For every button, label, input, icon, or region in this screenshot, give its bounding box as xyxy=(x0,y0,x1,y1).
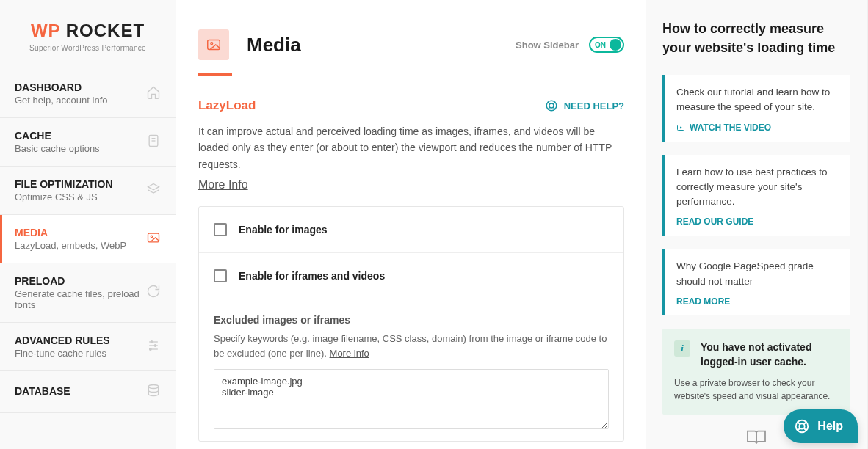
tip-link-label: WATCH THE VIDEO xyxy=(690,123,771,133)
lifebuoy-icon xyxy=(794,418,810,434)
enable-iframes-label: Enable for iframes and videos xyxy=(239,270,385,282)
svg-line-26 xyxy=(804,428,807,431)
nav-title: MEDIA xyxy=(15,227,126,238)
svg-point-12 xyxy=(148,385,158,389)
sidebar: WP ROCKET Superior WordPress Performance… xyxy=(0,0,176,449)
svg-point-14 xyxy=(211,43,213,45)
image-icon xyxy=(198,29,229,60)
watch-video-link[interactable]: WATCH THE VIDEO xyxy=(676,123,840,133)
nav-sub: Generate cache files, preload fonts xyxy=(15,288,146,310)
logo-rocket: ROCKET xyxy=(66,21,145,40)
nav-sub: Optimize CSS & JS xyxy=(15,191,113,202)
svg-line-27 xyxy=(798,428,800,431)
read-more-link[interactable]: READ MORE xyxy=(676,296,840,307)
svg-point-7 xyxy=(151,340,153,343)
info-sub-text: Use a private browser to check your webs… xyxy=(674,376,839,403)
excluded-textarea[interactable] xyxy=(214,369,609,429)
svg-point-9 xyxy=(154,344,156,346)
sidebar-item-preload[interactable]: PRELOAD Generate cache files, preload fo… xyxy=(0,263,176,323)
logo-tagline: Superior WordPress Performance xyxy=(15,44,161,52)
read-guide-link[interactable]: READ OUR GUIDE xyxy=(676,216,840,227)
svg-point-16 xyxy=(549,103,554,108)
sidebar-item-file-optimization[interactable]: FILE OPTIMIZATION Optimize CSS & JS xyxy=(0,167,176,215)
tip-link-label: READ OUR GUIDE xyxy=(676,216,753,227)
excluded-title: Excluded images or iframes xyxy=(214,314,609,326)
sidebar-item-database[interactable]: DATABASE xyxy=(0,371,176,413)
more-info-link[interactable]: More Info xyxy=(198,178,248,191)
nav-title: ADVANCED RULES xyxy=(15,335,110,346)
tip-card: Why Google PageSpeed grade should not ma… xyxy=(662,249,850,315)
excluded-more-info-link[interactable]: More info xyxy=(330,348,369,359)
right-panel-title: How to correctly measure your website's … xyxy=(662,19,850,57)
sidebar-item-dashboard[interactable]: DASHBOARD Get help, account info xyxy=(0,70,176,118)
sliders-icon xyxy=(146,338,161,356)
nav-sub: Fine-tune cache rules xyxy=(15,348,110,359)
book-icon xyxy=(745,428,767,449)
toggle-knob xyxy=(610,39,621,51)
tip-card: Check our tutorial and learn how to meas… xyxy=(662,75,850,142)
nav-sub: Basic cache options xyxy=(15,143,100,154)
nav-title: PRELOAD xyxy=(15,275,146,287)
nav-title: DASHBOARD xyxy=(15,81,107,93)
refresh-icon xyxy=(146,284,161,302)
need-help-link[interactable]: NEED HELP? xyxy=(545,99,624,112)
enable-images-label: Enable for images xyxy=(239,224,328,236)
page-title: Media xyxy=(247,34,301,56)
lifebuoy-icon xyxy=(545,99,558,112)
right-panel: How to correctly measure your website's … xyxy=(646,0,867,449)
lazyload-description: It can improve actual and perceived load… xyxy=(198,123,624,172)
sidebar-item-media[interactable]: MEDIA LazyLoad, embeds, WebP xyxy=(0,215,176,263)
image-icon xyxy=(146,230,161,248)
svg-marker-3 xyxy=(148,183,159,189)
tip-card: Learn how to use best practices to corre… xyxy=(662,155,850,236)
database-icon xyxy=(146,383,161,401)
svg-line-28 xyxy=(804,422,807,425)
section-title-lazyload: LazyLoad xyxy=(198,98,256,113)
file-icon xyxy=(146,134,161,151)
info-icon: i xyxy=(674,340,690,357)
show-sidebar-label: Show Sidebar xyxy=(516,40,579,51)
help-button[interactable]: Help xyxy=(784,409,858,443)
svg-line-25 xyxy=(798,422,800,425)
info-main-text: You have not activated logged-in user ca… xyxy=(701,340,839,369)
main-panel: Media Show Sidebar ON LazyLoad NEED HELP… xyxy=(176,0,646,449)
enable-iframes-checkbox[interactable] xyxy=(214,269,227,282)
need-help-label: NEED HELP? xyxy=(564,101,624,112)
enable-images-checkbox[interactable] xyxy=(214,223,227,236)
logo: WP ROCKET Superior WordPress Performance xyxy=(0,0,176,70)
info-card: i You have not activated logged-in user … xyxy=(662,329,850,415)
tip-link-label: READ MORE xyxy=(676,296,730,307)
sidebar-item-advanced-rules[interactable]: ADVANCED RULES Fine-tune cache rules xyxy=(0,323,176,371)
tip-text: Check our tutorial and learn how to meas… xyxy=(676,85,840,115)
nav-title: CACHE xyxy=(15,130,100,142)
sidebar-toggle[interactable]: ON xyxy=(589,37,624,53)
svg-point-5 xyxy=(151,236,153,238)
nav-sub: Get help, account info xyxy=(15,95,107,106)
excluded-description: Specify keywords (e.g. image filename, C… xyxy=(214,332,609,360)
home-icon xyxy=(146,85,161,103)
toggle-on-label: ON xyxy=(595,41,606,49)
tip-text: Learn how to use best practices to corre… xyxy=(676,165,840,210)
layers-icon xyxy=(146,182,161,200)
svg-marker-22 xyxy=(680,126,682,128)
tip-text: Why Google PageSpeed grade should not ma… xyxy=(676,259,840,289)
svg-point-24 xyxy=(800,423,805,428)
svg-rect-4 xyxy=(148,233,159,242)
nav-title: FILE OPTIMIZATION xyxy=(15,178,113,190)
logo-wp: WP xyxy=(31,21,60,40)
play-icon xyxy=(676,123,685,132)
sidebar-item-cache[interactable]: CACHE Basic cache options xyxy=(0,118,176,167)
nav-sub: LazyLoad, embeds, WebP xyxy=(15,240,126,251)
svg-point-11 xyxy=(150,348,152,350)
nav-title: DATABASE xyxy=(15,385,70,397)
svg-rect-13 xyxy=(208,40,220,50)
help-label: Help xyxy=(817,420,843,433)
